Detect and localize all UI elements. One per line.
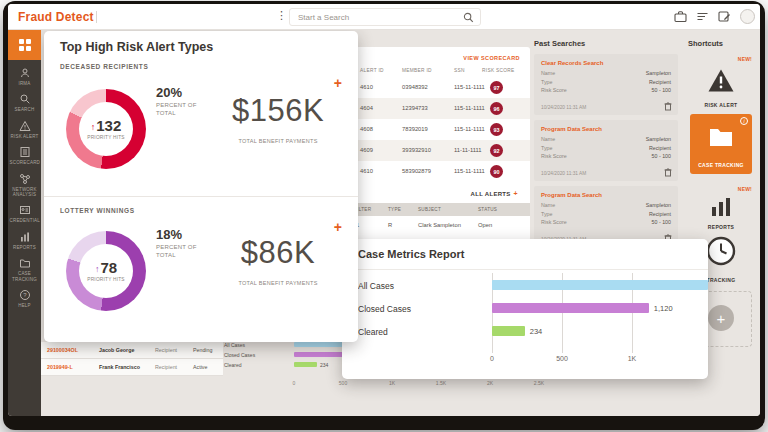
total-benefit-payments: $86K TOTAL BENEFIT PAYMENTS <box>210 235 346 286</box>
trash-icon[interactable] <box>664 168 672 177</box>
column-header: MEMBER ID <box>402 68 432 73</box>
bar-all-cases <box>492 280 708 290</box>
new-badge: NEW! <box>738 56 752 62</box>
sidebar-item-help[interactable]: ? HELP <box>8 289 41 308</box>
info-icon[interactable]: i <box>740 117 748 125</box>
category-label: All Cases <box>358 281 394 291</box>
timestamp: 10/24/2020 11:31 AM <box>541 171 586 176</box>
risk-score-badge: 96 <box>490 102 503 115</box>
sidebar-item-dashboard[interactable] <box>8 30 41 60</box>
sidebar-item-credential[interactable]: CREDENTIAL <box>8 204 41 223</box>
search-icon <box>19 93 31 105</box>
network-nodes-icon <box>19 173 31 185</box>
sidebar-item-irma[interactable]: IRMA <box>8 67 41 86</box>
category-label: Closed Cases <box>358 304 411 314</box>
panel-title: Case Metrics Report <box>358 248 464 260</box>
past-search-card[interactable]: Clear Records Search NameSampleton TypeR… <box>534 54 678 115</box>
compose-message-icon[interactable] <box>718 10 731 23</box>
panel-title: Shortcuts <box>688 39 754 48</box>
past-searches-panel: Past Searches Clear Records Search NameS… <box>534 39 678 252</box>
divider <box>342 269 708 270</box>
risk-score-badge: 90 <box>490 165 503 178</box>
search-placeholder: Start a Search <box>298 13 349 22</box>
sidebar-item-network-analysis[interactable]: NETWORK ANALYSIS <box>8 173 41 198</box>
topbar-actions <box>674 9 755 24</box>
person-icon <box>19 67 31 79</box>
scorecard-list-icon <box>19 146 31 158</box>
sidebar-item-scorecard[interactable]: SCORECARD <box>8 146 41 165</box>
bar-value-label: 234 <box>320 362 328 368</box>
bar-closed-cases <box>492 303 649 313</box>
device-frame: Fraud Detect ⋮ Start a Search <box>3 1 765 430</box>
table-row[interactable]: 29100034OL Jacob George Recipient Pendin… <box>41 342 223 359</box>
column-header: ALERT ID <box>360 68 384 73</box>
deceased-recipients-donut: ↑132 PRIORITY HITS <box>66 89 146 169</box>
add-shortcut-button[interactable]: + <box>708 305 734 331</box>
search-icon[interactable] <box>463 12 474 23</box>
expand-plus-button[interactable]: + <box>334 75 342 91</box>
priority-hits-value: 132 <box>96 117 121 134</box>
expand-plus-button[interactable]: + <box>334 219 342 235</box>
dashboard-grid-icon <box>19 46 24 51</box>
id-badge-icon <box>19 204 31 216</box>
column-header: SSN <box>454 68 465 73</box>
panel-title: Past Searches <box>534 39 678 48</box>
dashboard-grid-icon <box>19 39 24 44</box>
table-row[interactable]: 2019949-L Frank Francisco Recipient Acti… <box>41 359 223 376</box>
shortcut-tracking[interactable] <box>705 235 737 267</box>
priority-hits-value: 78 <box>100 259 117 276</box>
folder-icon <box>709 127 733 147</box>
view-scorecard-link[interactable]: VIEW SCORECARD <box>463 55 520 61</box>
bar-cleared <box>294 362 317 367</box>
topbar: Fraud Detect ⋮ Start a Search <box>8 4 760 30</box>
trend-up-icon: ↑ <box>95 264 100 274</box>
trend-up-icon: ↑ <box>91 122 96 132</box>
risk-score-badge: 97 <box>490 81 503 94</box>
category-label: Cleared <box>358 327 388 337</box>
section-label: DECEASED RECIPIENTS <box>60 63 148 70</box>
risk-score-badge: 93 <box>490 123 503 136</box>
past-search-card[interactable]: Program Data Search NameSampleton TypeRe… <box>534 120 678 181</box>
sidebar-item-case-tracking[interactable]: CASE TRACKING <box>8 257 41 282</box>
percent-of-total: 18% PERCENT OF TOTAL <box>156 227 212 260</box>
clock-icon <box>705 235 737 267</box>
main-content: VIEW SCORECARD ALERT ID MEMBER ID SSN RI… <box>41 30 760 416</box>
search-input[interactable]: Start a Search <box>289 8 481 26</box>
user-avatar[interactable] <box>740 9 755 24</box>
bar-cleared <box>492 326 525 336</box>
folder-icon <box>19 257 31 269</box>
sidebar-item-reports[interactable]: REPORTS <box>8 231 41 250</box>
axis-tick: 0 <box>490 355 494 362</box>
all-alerts-link[interactable]: ALL ALERTS+ <box>471 190 518 197</box>
warning-triangle-icon <box>707 68 735 93</box>
filter-list-icon[interactable] <box>696 10 709 23</box>
briefcase-icon[interactable] <box>674 10 687 23</box>
app-logo: Fraud Detect <box>18 10 94 24</box>
svg-text:?: ? <box>23 292 27 298</box>
new-badge: NEW! <box>738 186 752 192</box>
axis-tick: 500 <box>556 355 568 362</box>
divider <box>44 196 358 197</box>
bar-value-label: 234 <box>530 327 543 336</box>
shortcut-reports[interactable] <box>710 197 732 217</box>
timestamp: 10/24/2020 11:31 AM <box>541 105 586 110</box>
question-circle-icon: ? <box>19 289 31 301</box>
bar-value-label: 1,120 <box>654 304 673 313</box>
warning-triangle-icon <box>19 120 31 132</box>
status-text: Active <box>193 364 207 370</box>
plus-icon: + <box>514 190 518 197</box>
status-text: Pending <box>193 347 212 353</box>
bar-chart-icon <box>19 231 31 243</box>
shortcut-risk-alert[interactable] <box>707 68 735 93</box>
sidebar-item-risk-alert[interactable]: RISK ALERT <box>8 120 41 139</box>
panel-title: Top High Risk Alert Types <box>60 40 213 54</box>
past-search-card[interactable]: Program Data Search NameSampleton TypeRe… <box>534 186 678 247</box>
total-benefit-payments: $156K TOTAL BENEFIT PAYMENTS <box>210 93 346 144</box>
sidebar-item-search[interactable]: SEARCH <box>8 93 41 112</box>
brand-divider <box>96 11 97 23</box>
trash-icon[interactable] <box>664 102 672 111</box>
risk-score-badge: 92 <box>490 144 503 157</box>
shortcut-case-tracking[interactable]: i CASE TRACKING <box>690 114 752 174</box>
kebab-menu-icon[interactable]: ⋮ <box>276 9 287 22</box>
dashboard-grid-icon <box>26 46 31 51</box>
